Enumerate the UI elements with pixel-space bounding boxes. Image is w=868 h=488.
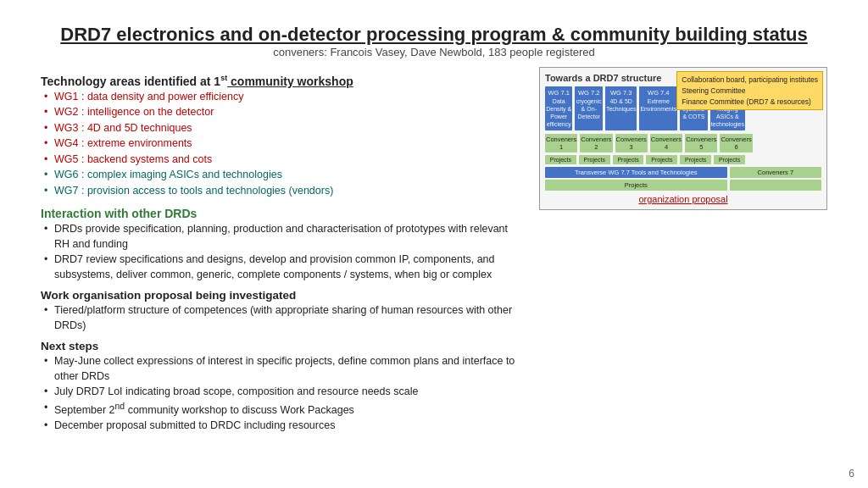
legend-box: Collaboration board, participating insti…: [676, 71, 823, 110]
conv-cell-2: Conveners 2: [580, 134, 612, 152]
conv-cell-3: Conveners 3: [615, 134, 648, 152]
wg-cell-2: WG 7.2cryogenic & On-Detector: [575, 86, 602, 130]
list-item: WG1 : data density and power efficiency: [41, 90, 526, 105]
transverse-conv: Conveners 7: [730, 167, 821, 178]
tech-superscript: st: [220, 74, 227, 82]
proj-cell-2: Projects: [579, 155, 610, 164]
proj-cell-5: Projects: [680, 155, 711, 164]
main-title: DRD7 electronics and on-detector process…: [41, 24, 827, 46]
proj-bottom: Projects: [545, 180, 727, 191]
conv-cell-5: Conveners 5: [685, 134, 717, 152]
list-item: WG6 : complex imaging ASICs and technolo…: [41, 168, 526, 183]
red-items-list: WG1 : data density and power efficiency …: [41, 90, 526, 199]
list-item: DRD7 review specifications and designs, …: [41, 252, 526, 282]
legend-item: Finance Committee (DRD7 & resources): [682, 97, 818, 108]
proj-bottom-2: [730, 180, 821, 191]
interaction-heading: Interaction with other DRDs: [41, 207, 526, 220]
proj-cell-1: Projects: [545, 155, 576, 164]
left-column: Technology areas identified at 1st commu…: [41, 67, 526, 435]
list-item: DRDs provide specification, planning, pr…: [41, 222, 526, 252]
list-item: WG5 : backend systems and cots: [41, 152, 526, 168]
transverse-row: Transverse WG 7.7 Tools and Technologies…: [545, 167, 821, 178]
page-number: 6: [849, 468, 854, 480]
wg-cell-3: WG 7.34D & 5D Techniques: [605, 86, 637, 130]
list-item: Tiered/platform structure of competences…: [41, 303, 526, 333]
wg-cell-1: WG 7.1Data Density & Power efficiency: [545, 86, 572, 130]
list-item: July DRD7 LoI indicating broad scope, co…: [41, 385, 526, 400]
legend-item: Steering Committee: [682, 86, 818, 97]
org-link[interactable]: organization proposal: [545, 194, 821, 204]
list-item: September 2nd community workshop to disc…: [41, 401, 526, 419]
proj-bottom-row: Projects: [545, 180, 821, 191]
work-heading: Work organisation proposal being investi…: [41, 289, 526, 302]
transverse-label: Transverse WG 7.7 Tools and Technologies: [545, 167, 727, 178]
next-list: May-June collect expressions of interest…: [41, 354, 526, 434]
work-list: Tiered/platform structure of competences…: [41, 303, 526, 333]
legend-item: Collaboration board, participating insti…: [682, 75, 818, 86]
list-item: WG7 : provision access to tools and tech…: [41, 184, 526, 199]
list-item: December proposal submitted to DRDC incl…: [41, 419, 526, 434]
title-block: DRD7 electronics and on-detector process…: [41, 24, 827, 58]
subtitle: conveners: Francois Vasey, Dave Newbold,…: [41, 46, 827, 58]
conv-cell-6: Conveners 6: [720, 134, 752, 152]
right-column: Towards a DRD7 structure Collaboration b…: [539, 67, 827, 435]
list-item: WG3 : 4D and 5D techniques: [41, 121, 526, 136]
conv-row: Conveners 1 Conveners 2 Conveners 3 Conv…: [545, 134, 745, 152]
wg-cell-4: WG 7.4Extreme Environments: [639, 86, 677, 130]
proj-row: Projects Projects Projects Projects Proj…: [545, 155, 745, 164]
conv-cell-4: Conveners 4: [650, 134, 682, 152]
proj-cell-3: Projects: [613, 155, 644, 164]
interaction-list: DRDs provide specification, planning, pr…: [41, 222, 526, 282]
title-underline: DRD7 electronics and on-detector process…: [60, 24, 465, 45]
list-item: WG2 : intelligence on the detector: [41, 105, 526, 120]
tech-sup: 1st: [214, 75, 227, 88]
proj-cell-6: Projects: [714, 155, 745, 164]
title-rest: program & community building status: [465, 24, 807, 45]
tech-heading: Technology areas identified at 1st commu…: [41, 74, 526, 88]
conv-cell-1: Conveners 1: [545, 134, 577, 152]
diagram-box: Towards a DRD7 structure Collaboration b…: [539, 67, 827, 210]
slide: DRD7 electronics and on-detector process…: [0, 0, 868, 488]
next-heading: Next steps: [41, 340, 526, 352]
content-area: Technology areas identified at 1st commu…: [41, 67, 827, 435]
proj-cell-4: Projects: [646, 155, 677, 164]
list-item: WG4 : extreme environments: [41, 136, 526, 152]
list-item: May-June collect expressions of interest…: [41, 354, 526, 384]
tech-prefix: Technology areas identified at: [41, 75, 214, 88]
tech-underline: community workshop: [227, 75, 353, 88]
